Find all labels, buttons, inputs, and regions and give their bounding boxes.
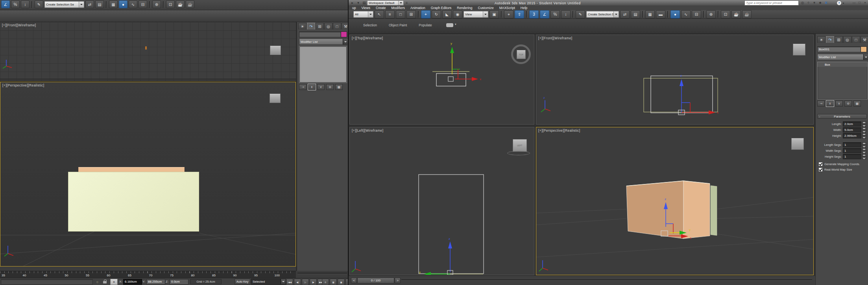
ribbon-tab-populate[interactable]: Populate bbox=[413, 22, 438, 28]
top-view-scene[interactable]: y x bbox=[350, 35, 534, 124]
pin-stack-icon[interactable]: ⊸ bbox=[299, 84, 307, 90]
x-coordinate-field[interactable]: 6.169cm bbox=[123, 279, 142, 285]
viewport-perspective[interactable]: [+][Perspective][Realistic] bbox=[536, 127, 814, 275]
menu-group[interactable]: up bbox=[349, 6, 358, 10]
play-button[interactable]: ▷ bbox=[302, 279, 309, 285]
edit-named-selection-sets-icon[interactable]: ✎ bbox=[576, 10, 585, 18]
spinner[interactable] bbox=[862, 148, 866, 153]
left-view-scene[interactable]: z y bbox=[350, 127, 534, 275]
rendered-frame-window-icon[interactable]: ⊡ bbox=[166, 0, 175, 8]
object-name-field[interactable]: Box001 bbox=[817, 46, 861, 52]
restore-button[interactable]: □ bbox=[857, 0, 862, 5]
align-icon[interactable]: ▤ bbox=[631, 10, 640, 18]
spinner[interactable] bbox=[862, 121, 866, 127]
checkbox[interactable] bbox=[818, 167, 823, 172]
render-setup-icon[interactable]: ⊕ bbox=[706, 10, 716, 18]
qa-dropdown-icon[interactable]: ▾ bbox=[355, 0, 361, 5]
isolate-selection-button[interactable]: ▣ bbox=[338, 279, 345, 285]
configure-modifier-sets-icon[interactable]: ▦ bbox=[853, 101, 861, 107]
viewport-left[interactable]: [+][Left][Wireframe] z y LEFT bbox=[349, 127, 534, 275]
render-iterative-icon[interactable]: ☕ bbox=[742, 10, 752, 18]
spinner[interactable] bbox=[862, 133, 866, 138]
select-and-move-icon[interactable]: + bbox=[421, 10, 430, 18]
ribbon-tab-selection[interactable]: Selection bbox=[357, 22, 383, 28]
timeline-ruler[interactable]: 35 40 45 50 55 60 65 70 75 80 85 90 95 1… bbox=[0, 271, 296, 278]
time-slider-track[interactable] bbox=[401, 279, 812, 281]
time-slider-handle[interactable]: 0 / 100 bbox=[357, 278, 394, 283]
rendered-frame-icon[interactable]: ⊡ bbox=[721, 10, 730, 18]
layer-manager-icon[interactable]: ▦ bbox=[645, 10, 655, 18]
box-object[interactable] bbox=[68, 172, 199, 232]
object-color-swatch[interactable] bbox=[861, 46, 867, 52]
viewport-label[interactable]: [+][Left][Wireframe] bbox=[352, 129, 384, 132]
notification-lightbulb-icon[interactable]: ☼ bbox=[94, 279, 100, 285]
show-end-result-icon[interactable]: ‖ bbox=[826, 101, 834, 107]
select-and-place-icon[interactable]: ◉ bbox=[453, 10, 462, 18]
time-slider-prev-button[interactable]: < bbox=[351, 278, 357, 283]
workspace-switcher-icon[interactable]: ▤ bbox=[361, 0, 367, 5]
dropdown-arrow-icon[interactable] bbox=[398, 1, 403, 5]
checkbox[interactable] bbox=[818, 162, 823, 166]
pin-stack-icon[interactable]: ⊸ bbox=[817, 101, 825, 107]
viewcube[interactable] bbox=[793, 44, 805, 55]
percent-snap-toggle-icon[interactable]: % bbox=[11, 0, 20, 8]
edit-named-selection-sets-icon[interactable]: ✎ bbox=[35, 0, 43, 8]
schematic-view-icon[interactable]: ⊟ bbox=[139, 0, 147, 8]
angle-snap-toggle-icon[interactable]: ∠ bbox=[540, 10, 549, 18]
snap-3d-toggle-icon[interactable]: 3 bbox=[529, 10, 539, 18]
reference-coordinate-dropdown[interactable]: View bbox=[464, 11, 488, 18]
render-production-icon[interactable]: ☕ bbox=[176, 0, 185, 8]
viewport-label[interactable]: [+][Front][Wireframe] bbox=[538, 36, 573, 40]
front-view-scene[interactable]: z x z bbox=[536, 35, 813, 124]
minimize-button[interactable]: — bbox=[851, 0, 857, 5]
percent-snap-toggle-icon[interactable]: % bbox=[550, 10, 560, 18]
layer-manager-icon[interactable]: ▦ bbox=[109, 0, 118, 8]
left-viewport-perspective[interactable]: [+][Perspective][Realistic] bbox=[0, 82, 296, 267]
menu-help[interactable]: Help bbox=[518, 6, 530, 10]
show-end-result-icon[interactable]: ‖ bbox=[308, 84, 316, 90]
panel-tab-modify-icon[interactable]: ↷ bbox=[307, 23, 315, 29]
mirror-icon[interactable]: ⇄ bbox=[620, 10, 630, 18]
material-editor-icon[interactable]: ● bbox=[119, 0, 127, 8]
graphite-ribbon-icon[interactable]: ▬ bbox=[656, 10, 665, 18]
configure-modifier-sets-icon[interactable]: ▦ bbox=[335, 84, 343, 90]
viewport-label[interactable]: [+][Perspective][Realistic] bbox=[2, 83, 44, 87]
panel-tab-create-icon[interactable]: ☀ bbox=[298, 23, 307, 29]
make-unique-icon[interactable]: ⋎ bbox=[835, 101, 843, 107]
dropdown-arrow-icon[interactable] bbox=[368, 11, 373, 17]
viewcube[interactable]: LEFT bbox=[513, 139, 527, 152]
search-go-icon[interactable]: ◎ bbox=[800, 0, 805, 5]
select-and-scale-icon[interactable]: ◣ bbox=[442, 10, 452, 18]
spinner-snap-toggle-icon[interactable]: ↕ bbox=[561, 10, 571, 18]
dropdown-arrow-icon[interactable] bbox=[483, 11, 488, 17]
menu-create[interactable]: Create bbox=[373, 6, 389, 10]
communication-center-icon[interactable]: ✶ bbox=[811, 0, 817, 5]
time-configuration-button[interactable]: ▦ bbox=[330, 279, 337, 285]
spinner[interactable] bbox=[862, 142, 866, 147]
y-coordinate-field[interactable]: 88.255cm bbox=[146, 279, 165, 285]
selection-lock-icon[interactable] bbox=[102, 279, 108, 285]
next-frame-button[interactable]: |▶ bbox=[310, 279, 317, 285]
subscription-key-icon[interactable]: ✧ bbox=[805, 0, 811, 5]
select-object-icon[interactable]: ↖ bbox=[375, 10, 384, 18]
close-button[interactable]: × bbox=[862, 0, 868, 5]
menu-animation[interactable]: Animation bbox=[408, 6, 428, 10]
spinner[interactable] bbox=[862, 154, 866, 159]
key-mode-toggle-button[interactable]: ⊙ bbox=[322, 279, 329, 285]
viewport-top[interactable]: [+][Top][Wireframe] y x TOP bbox=[349, 35, 534, 125]
menu-customize[interactable]: Customize bbox=[475, 6, 497, 10]
z-coordinate-field[interactable]: 0.0cm bbox=[170, 279, 188, 285]
left-viewport-front[interactable]: [+][Front][Wireframe] bbox=[0, 22, 296, 81]
align-icon[interactable]: ▤ bbox=[95, 0, 104, 8]
dropdown-arrow-icon[interactable] bbox=[281, 279, 286, 284]
spinner[interactable] bbox=[862, 127, 866, 132]
selection-region-icon[interactable]: □ bbox=[396, 10, 405, 18]
remove-modifier-icon[interactable]: ⊖ bbox=[326, 84, 334, 90]
titlebar[interactable]: ▸ ▾ ▤ Workspace: Default ≡ Autodesk 3ds … bbox=[349, 0, 868, 6]
menu-graph-editors[interactable]: Graph Editors bbox=[428, 6, 454, 10]
render-iterative-icon[interactable]: ☕ bbox=[186, 0, 194, 8]
previous-frame-button[interactable]: ◀| bbox=[294, 279, 301, 285]
dropdown-arrow-icon[interactable] bbox=[863, 54, 868, 60]
material-editor-icon[interactable]: ● bbox=[670, 10, 680, 18]
mirror-icon[interactable]: ⇄ bbox=[85, 0, 94, 8]
